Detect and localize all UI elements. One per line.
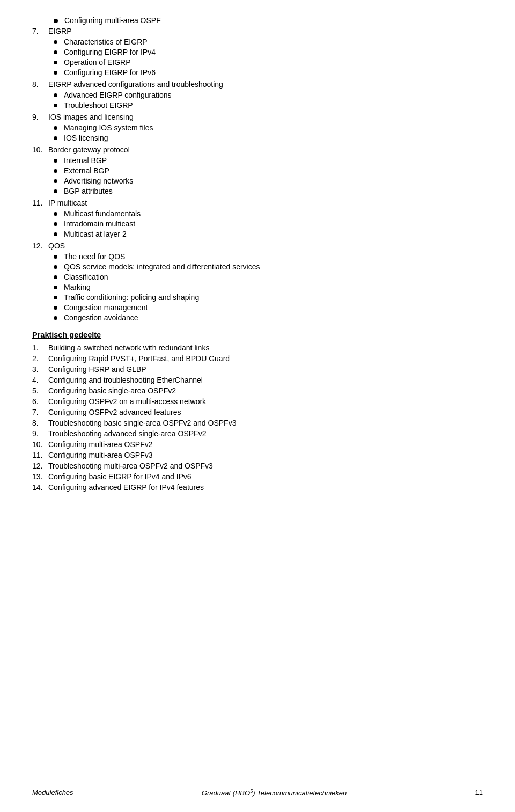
praktisch-item-number: 1.	[32, 343, 48, 352]
section-8-header: 8. EIGRP advanced configurations and tro…	[32, 80, 483, 89]
list-item: External BGP	[54, 166, 483, 175]
praktisch-item-label: Building a switched network with redunda…	[48, 343, 209, 352]
section-11-label: IP multicast	[48, 199, 87, 207]
praktisch-item-number: 10.	[32, 440, 48, 449]
praktisch-item-number: 14.	[32, 483, 48, 492]
section-8-sublist: Advanced EIGRP configurations Troublesho…	[54, 91, 483, 109]
praktisch-item: 14.Configuring advanced EIGRP for IPv4 f…	[32, 483, 483, 492]
sub-item-text: Multicast fundamentals	[64, 209, 141, 218]
praktisch-item-number: 11.	[32, 451, 48, 459]
praktisch-list: 1.Building a switched network with redun…	[32, 343, 483, 492]
praktisch-title: Praktisch gedeelte	[32, 331, 483, 339]
section-11-number: 11.	[32, 199, 48, 207]
section-7-header: 7. EIGRP	[32, 27, 483, 35]
praktisch-item-number: 4.	[32, 376, 48, 384]
sub-bullet	[54, 275, 57, 279]
list-item: Multicast fundamentals	[54, 209, 483, 218]
footer-left: Modulefiches	[32, 788, 73, 796]
sub-bullet	[54, 159, 57, 163]
section-7-sublist: Characteristics of EIGRP Configuring EIG…	[54, 38, 483, 77]
footer-right: 11	[475, 788, 483, 796]
sub-bullet	[54, 286, 57, 289]
list-item: Marking	[54, 283, 483, 291]
praktisch-item-number: 8.	[32, 419, 48, 427]
praktisch-item-number: 12.	[32, 462, 48, 470]
sub-item-text: Multicast at layer 2	[64, 230, 127, 238]
section-8-label: EIGRP advanced configurations and troubl…	[48, 80, 223, 89]
sub-item-text: The need for QOS	[64, 252, 125, 261]
praktisch-item-label: Configuring Rapid PVST+, PortFast, and B…	[48, 354, 230, 363]
sub-bullet	[54, 265, 57, 269]
sub-item-text: Configuring EIGRP for IPv6	[64, 68, 156, 77]
sub-item-text: Classification	[64, 273, 108, 281]
section-8-number: 8.	[32, 80, 48, 89]
list-item: Configuring EIGRP for IPv4	[54, 48, 483, 56]
sub-item-text: Marking	[64, 283, 91, 291]
list-item: Internal BGP	[54, 156, 483, 165]
praktisch-item-number: 7.	[32, 408, 48, 416]
sub-bullet	[54, 306, 57, 310]
praktisch-item-label: Configuring and troubleshooting EtherCha…	[48, 376, 203, 384]
list-item: Multicast at layer 2	[54, 230, 483, 238]
sub-item-text: Troubleshoot EIGRP	[64, 101, 133, 109]
praktisch-item: 6.Configuring OSPFv2 on a multi-access n…	[32, 397, 483, 406]
sub-item-text: Congestion avoidance	[64, 313, 138, 322]
sub-bullet	[54, 232, 57, 236]
top-bullet-item: Configuring multi-area OSPF	[32, 16, 483, 25]
praktisch-item-number: 5.	[32, 386, 48, 395]
section-11-header: 11. IP multicast	[32, 199, 483, 207]
section-12-number: 12.	[32, 242, 48, 250]
list-item: Intradomain multicast	[54, 220, 483, 228]
sub-bullet	[54, 296, 57, 299]
sub-item-text: Intradomain multicast	[64, 220, 135, 228]
section-12-header: 12. QOS	[32, 242, 483, 250]
list-item: Characteristics of EIGRP	[54, 38, 483, 46]
sub-item-text: External BGP	[64, 166, 109, 175]
sub-item-text: IOS licensing	[64, 134, 108, 142]
praktisch-item: 10.Configuring multi-area OSPFv2	[32, 440, 483, 449]
section-12-label: QOS	[48, 242, 65, 250]
list-item: Operation of EIGRP	[54, 58, 483, 67]
sub-item-text: QOS service models: integrated and diffe…	[64, 262, 260, 271]
sub-bullet	[54, 40, 57, 44]
list-item: Traffic conditioning: policing and shapi…	[54, 293, 483, 302]
sub-bullet	[54, 222, 57, 226]
list-item: QOS service models: integrated and diffe…	[54, 262, 483, 271]
section-7-label: EIGRP	[48, 27, 72, 35]
praktisch-item-number: 9.	[32, 429, 48, 438]
praktisch-item: 3.Configuring HSRP and GLBP	[32, 365, 483, 374]
section-9-number: 9.	[32, 113, 48, 121]
praktisch-item-label: Configuring advanced EIGRP for IPv4 feat…	[48, 483, 204, 492]
list-item: Troubleshoot EIGRP	[54, 101, 483, 109]
praktisch-item-label: Troubleshooting multi-area OSPFv2 and OS…	[48, 462, 213, 470]
list-item: Classification	[54, 273, 483, 281]
praktisch-item-label: Configuring OSPFv2 on a multi-access net…	[48, 397, 206, 406]
praktisch-item: 8.Troubleshooting basic single-area OSPF…	[32, 419, 483, 427]
sub-bullet	[54, 169, 57, 173]
praktisch-item-label: Configuring basic single-area OSPFv2	[48, 386, 176, 395]
praktisch-item-label: Troubleshooting basic single-area OSPFv2…	[48, 419, 236, 427]
section-9-label: IOS images and licensing	[48, 113, 134, 121]
section-9-header: 9. IOS images and licensing	[32, 113, 483, 121]
sub-bullet	[54, 50, 57, 54]
sub-bullet	[54, 179, 57, 183]
praktisch-item-label: Configuring HSRP and GLBP	[48, 365, 146, 374]
sub-item-text: Managing IOS system files	[64, 123, 153, 132]
sub-item-text: Internal BGP	[64, 156, 107, 165]
list-item: Managing IOS system files	[54, 123, 483, 132]
section-10-number: 10.	[32, 145, 48, 154]
list-item: BGP attributes	[54, 187, 483, 195]
sub-bullet	[54, 126, 57, 130]
top-bullet-text: Configuring multi-area OSPF	[64, 16, 161, 25]
sub-bullet	[54, 189, 57, 193]
bullet-dot	[54, 19, 58, 23]
content-area: Configuring multi-area OSPF 7. EIGRP Cha…	[32, 11, 483, 492]
praktisch-item: 2.Configuring Rapid PVST+, PortFast, and…	[32, 354, 483, 363]
praktisch-item-number: 3.	[32, 365, 48, 374]
praktisch-item: 1.Building a switched network with redun…	[32, 343, 483, 352]
sub-item-text: Congestion management	[64, 303, 148, 312]
sub-bullet	[54, 104, 57, 107]
section-9-sublist: Managing IOS system files IOS licensing	[54, 123, 483, 142]
list-item: Advertising networks	[54, 177, 483, 185]
sub-bullet	[54, 316, 57, 320]
